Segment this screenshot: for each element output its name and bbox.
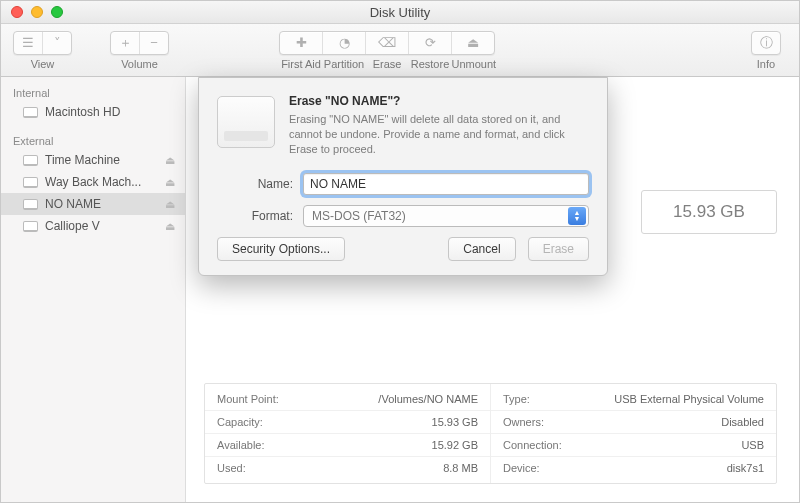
- first-aid-label: First Aid: [280, 58, 323, 70]
- disk-icon: [23, 177, 38, 188]
- eject-icon[interactable]: ⏏: [165, 220, 175, 233]
- detail-key: Available:: [217, 439, 265, 451]
- detail-key: Type:: [503, 393, 530, 405]
- detail-row: Device:disk7s1: [491, 457, 776, 479]
- window-title: Disk Utility: [1, 5, 799, 20]
- sheet-title: Erase "NO NAME"?: [289, 94, 589, 108]
- first-aid-button[interactable]: ✚: [280, 32, 322, 54]
- chevron-down-icon: ˅: [43, 32, 71, 54]
- disk-icon: [23, 155, 38, 166]
- toolbar-view-group: ☰ ˅ View: [13, 31, 72, 70]
- detail-value: /Volumes/NO NAME: [378, 393, 478, 405]
- detail-value: 15.93 GB: [432, 416, 478, 428]
- sidebar-item-calliope[interactable]: Calliope V ⏏: [1, 215, 185, 237]
- sidebar-item-label: Way Back Mach...: [45, 175, 141, 189]
- name-input[interactable]: [303, 173, 589, 195]
- sidebar-header-internal: Internal: [1, 83, 185, 101]
- unmount-label: Unmount: [452, 58, 495, 70]
- details-col-left: Mount Point:/Volumes/NO NAME Capacity:15…: [205, 384, 491, 483]
- detail-row: Connection:USB: [491, 434, 776, 457]
- detail-row: Owners:Disabled: [491, 411, 776, 434]
- eject-icon[interactable]: ⏏: [165, 198, 175, 211]
- disk-icon: [23, 221, 38, 232]
- format-value: MS-DOS (FAT32): [312, 209, 406, 223]
- disk-icon: [23, 199, 38, 210]
- detail-value: 15.92 GB: [432, 439, 478, 451]
- minus-icon: −: [140, 32, 168, 54]
- sidebar-item-way-back[interactable]: Way Back Mach... ⏏: [1, 171, 185, 193]
- sidebar-header-external: External: [1, 131, 185, 149]
- toolbar-volume-group: ＋ − Volume: [110, 31, 169, 70]
- detail-value: USB External Physical Volume: [614, 393, 764, 405]
- detail-key: Connection:: [503, 439, 562, 451]
- detail-row: Mount Point:/Volumes/NO NAME: [205, 388, 490, 411]
- titlebar: Disk Utility: [1, 1, 799, 24]
- details-col-right: Type:USB External Physical Volume Owners…: [491, 384, 776, 483]
- detail-key: Owners:: [503, 416, 544, 428]
- detail-row: Capacity:15.93 GB: [205, 411, 490, 434]
- updown-arrows-icon: ▲▼: [568, 207, 586, 225]
- drive-icon: [217, 96, 275, 148]
- sidebar-item-label: Macintosh HD: [45, 105, 120, 119]
- detail-value: 8.8 MB: [443, 462, 478, 474]
- detail-key: Mount Point:: [217, 393, 279, 405]
- unmount-button[interactable]: ⏏: [452, 32, 494, 54]
- detail-value: Disabled: [721, 416, 764, 428]
- toolbar-volume-label: Volume: [121, 58, 158, 70]
- toolbar-info-label: Info: [757, 58, 775, 70]
- toolbar: ☰ ˅ View ＋ − Volume ✚ ◔ ⌫ ⟳ ⏏ Firs: [1, 24, 799, 77]
- detail-value: USB: [741, 439, 764, 451]
- volume-button[interactable]: ＋ −: [110, 31, 169, 55]
- info-icon: ⓘ: [752, 32, 780, 54]
- sidebar: Internal Macintosh HD External Time Mach…: [1, 77, 186, 502]
- format-label: Format:: [231, 209, 293, 223]
- partition-label: Partition: [323, 58, 366, 70]
- eject-icon[interactable]: ⏏: [165, 154, 175, 167]
- name-label: Name:: [231, 177, 293, 191]
- detail-value: disk7s1: [727, 462, 764, 474]
- erase-button[interactable]: ⌫: [366, 32, 408, 54]
- sidebar-item-label: NO NAME: [45, 197, 101, 211]
- eject-icon[interactable]: ⏏: [165, 176, 175, 189]
- cancel-button[interactable]: Cancel: [448, 237, 515, 261]
- restore-button[interactable]: ⟳: [409, 32, 451, 54]
- erase-confirm-button[interactable]: Erase: [528, 237, 589, 261]
- view-button[interactable]: ☰ ˅: [13, 31, 72, 55]
- detail-key: Capacity:: [217, 416, 263, 428]
- detail-row: Used:8.8 MB: [205, 457, 490, 479]
- sheet-description: Erasing "NO NAME" will delete all data s…: [289, 112, 589, 157]
- sidebar-item-time-machine[interactable]: Time Machine ⏏: [1, 149, 185, 171]
- toolbar-info-group: ⓘ Info: [751, 31, 781, 70]
- detail-key: Used:: [217, 462, 246, 474]
- toolbar-actions-group: ✚ ◔ ⌫ ⟳ ⏏ First Aid Partition Erase Rest…: [279, 31, 495, 70]
- sidebar-item-no-name[interactable]: NO NAME ⏏: [1, 193, 185, 215]
- sidebar-item-label: Calliope V: [45, 219, 100, 233]
- capacity-value: 15.93 GB: [673, 202, 745, 222]
- disk-utility-window: Disk Utility ☰ ˅ View ＋ − Volume ✚ ◔ ⌫: [0, 0, 800, 503]
- info-button[interactable]: ⓘ: [751, 31, 781, 55]
- partition-button[interactable]: ◔: [323, 32, 365, 54]
- toolbar-view-label: View: [31, 58, 55, 70]
- detail-row: Available:15.92 GB: [205, 434, 490, 457]
- capacity-box: 15.93 GB: [641, 190, 777, 234]
- toolbar-action-labels: First Aid Partition Erase Restore Unmoun…: [280, 58, 495, 70]
- disk-icon: [23, 107, 38, 118]
- erase-sheet: Erase "NO NAME"? Erasing "NO NAME" will …: [198, 77, 608, 276]
- sidebar-item-label: Time Machine: [45, 153, 120, 167]
- actions-segment: ✚ ◔ ⌫ ⟳ ⏏: [279, 31, 495, 55]
- restore-label: Restore: [409, 58, 452, 70]
- sidebar-layout-icon: ☰: [14, 32, 42, 54]
- detail-key: Device:: [503, 462, 540, 474]
- format-select[interactable]: MS-DOS (FAT32) ▲▼: [303, 205, 589, 227]
- plus-icon: ＋: [111, 32, 139, 54]
- security-options-button[interactable]: Security Options...: [217, 237, 345, 261]
- sidebar-item-macintosh-hd[interactable]: Macintosh HD: [1, 101, 185, 123]
- details-table: Mount Point:/Volumes/NO NAME Capacity:15…: [204, 383, 777, 484]
- detail-row: Type:USB External Physical Volume: [491, 388, 776, 411]
- erase-label: Erase: [366, 58, 409, 70]
